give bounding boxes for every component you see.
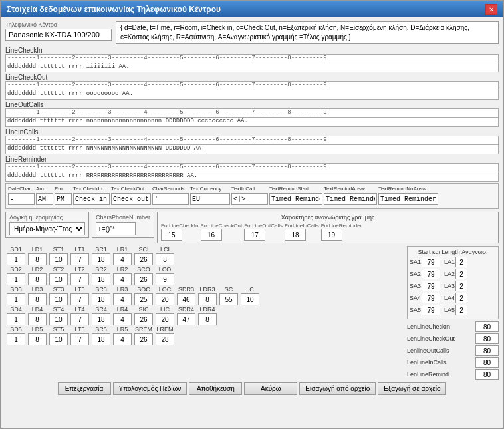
grid-inp-r2-soc[interactable]: [134, 293, 153, 305]
grid-inp-r0-lt1[interactable]: [70, 253, 89, 265]
la-input-3[interactable]: [455, 293, 467, 303]
sa-input-2[interactable]: [422, 281, 440, 291]
len-fields-box: LenLineCheckInLenLineCheckOutLenlineOutC…: [407, 321, 499, 380]
grid-inp-r3-lt4[interactable]: [70, 313, 89, 325]
len-input-0[interactable]: [475, 321, 499, 332]
grid-inp-r3-sd4[interactable]: [7, 313, 25, 325]
grid-inp-r0-sci[interactable]: [134, 253, 153, 265]
grid-inp-r2-ldr3[interactable]: [198, 293, 217, 305]
len-label-3: LenLineInCalls: [407, 359, 473, 366]
col-input-8[interactable]: [269, 193, 322, 205]
grid-inp-r2-lr3[interactable]: [113, 293, 132, 305]
calc-fields-button[interactable]: Υπολογισμός Πεδίων: [113, 382, 188, 395]
chars-input[interactable]: [96, 222, 136, 235]
grid-inp-r4-srem[interactable]: [134, 333, 153, 345]
grid-inp-r4-sd5[interactable]: [7, 333, 25, 345]
col-input-0[interactable]: [8, 193, 35, 205]
grid-inp-r1-sco[interactable]: [134, 273, 153, 285]
grid-inp-r4-sr5[interactable]: [92, 333, 110, 345]
grid-inp-r3-sdr4[interactable]: [177, 313, 195, 325]
grid-inp-r1-st2[interactable]: [49, 273, 68, 285]
grid-inp-r0-lci[interactable]: [156, 253, 174, 265]
close-button[interactable]: ✕: [485, 4, 497, 15]
col-input-4[interactable]: [111, 193, 151, 205]
grid-inp-r3-sic[interactable]: [134, 313, 153, 325]
col-input-1[interactable]: [36, 193, 53, 205]
grid-inp-r2-lt3[interactable]: [70, 293, 89, 305]
grid-inp-r2-loc[interactable]: [156, 293, 174, 305]
grid-inp-r0-st1[interactable]: [49, 253, 68, 265]
grid-inp-r3-sr4[interactable]: [92, 313, 110, 325]
grid-col-header-ld2: LD2: [27, 266, 48, 273]
grid-inp-r0-sr1[interactable]: [92, 253, 110, 265]
grid-inp-r1-lco[interactable]: [156, 273, 174, 285]
recog-input-3[interactable]: [285, 229, 306, 241]
col-input-10[interactable]: [378, 193, 438, 205]
grid-col-header-ld1: LD1: [27, 246, 48, 253]
export-button[interactable]: Εξαγωγή σε αρχείο: [378, 382, 446, 395]
col-value-item-7: [231, 193, 268, 205]
col-input-3[interactable]: [73, 193, 110, 205]
grid-inp-r2-sd3[interactable]: [7, 293, 25, 305]
grid-inp-r3-ldr4[interactable]: [198, 313, 217, 325]
recog-input-2[interactable]: [244, 229, 265, 241]
grid-inp-r3-lic[interactable]: [156, 313, 174, 325]
cancel-button[interactable]: Ακύρω: [244, 382, 297, 395]
grid-inp-r4-ld5[interactable]: [28, 333, 47, 345]
len-input-1[interactable]: [475, 333, 499, 344]
la-input-1[interactable]: [455, 269, 467, 279]
col-input-5[interactable]: [152, 193, 189, 205]
sa-input-4[interactable]: [422, 305, 440, 315]
date-select[interactable]: Ημέρα-Μήνας-Έτος: [9, 222, 85, 235]
la-input-2[interactable]: [455, 281, 467, 291]
grid-inp-r4-lt5[interactable]: [70, 333, 89, 345]
grid-inp-r4-lrem[interactable]: [156, 333, 174, 345]
grid-inp-r1-ld2[interactable]: [28, 273, 47, 285]
grid-inp-r2-sr3[interactable]: [92, 293, 110, 305]
process-button[interactable]: Επεξεργασία: [58, 382, 111, 395]
len-input-3[interactable]: [475, 357, 499, 368]
line-reminder-section: LineReminder --------1---------2--------…: [5, 156, 499, 182]
sa-input-0[interactable]: [422, 257, 440, 267]
col-input-7[interactable]: [231, 193, 268, 205]
grid-col-header-st5: ST5: [48, 326, 69, 333]
grid-col-header-sd4: SD4: [5, 306, 27, 313]
col-value-item-2: [55, 193, 72, 205]
grid-inp-r2-sdr3[interactable]: [177, 293, 195, 305]
grid-inp-r0-sd1[interactable]: [7, 253, 25, 265]
grid-inp-r0-ld1[interactable]: [28, 253, 47, 265]
col-input-6[interactable]: [190, 193, 230, 205]
recog-label-1: ForLineCheckOut: [201, 223, 243, 229]
recog-input-4[interactable]: [321, 229, 342, 241]
grid-inp-r2-ld3[interactable]: [28, 293, 47, 305]
grid-inp-r3-st4[interactable]: [49, 313, 68, 325]
mid-section: Λογική ημερομηνίας Ημέρα-Μήνας-Έτος Char…: [5, 212, 499, 243]
grid-inp-r4-st5[interactable]: [49, 333, 68, 345]
grid-inp-r0-lr1[interactable]: [113, 253, 132, 265]
grid-inp-r3-lr4[interactable]: [113, 313, 132, 325]
main-grid: SD1LD1ST1LT1SR1LR1SCILCISD2LD2ST2LT2SR2L…: [5, 246, 261, 346]
grid-inp-r1-lr2[interactable]: [113, 273, 132, 285]
col-input-9[interactable]: [324, 193, 377, 205]
la-input-4[interactable]: [455, 305, 467, 315]
grid-inp-r1-sr2[interactable]: [92, 273, 110, 285]
grid-inp-r3-ld4[interactable]: [28, 313, 47, 325]
recog-input-0[interactable]: [161, 229, 182, 241]
grid-inp-r4-lr5[interactable]: [113, 333, 132, 345]
grid-col-header-sdr4: SDR4: [176, 306, 197, 313]
grid-inp-r2-sc[interactable]: [219, 293, 238, 305]
import-button[interactable]: Εισαγωγή από αρχείο: [299, 382, 376, 395]
len-input-4[interactable]: [475, 369, 499, 380]
recog-input-1[interactable]: [201, 229, 222, 241]
grid-inp-r1-sd2[interactable]: [7, 273, 25, 285]
sa-input-3[interactable]: [422, 293, 440, 303]
col-input-2[interactable]: [55, 193, 72, 205]
la-input-0[interactable]: [455, 257, 467, 267]
date-group: Λογική ημερομηνίας Ημέρα-Μήνας-Έτος: [5, 212, 89, 238]
sa-input-1[interactable]: [422, 269, 440, 279]
grid-inp-r2-st3[interactable]: [49, 293, 68, 305]
save-button[interactable]: Αποθήκευση: [189, 382, 242, 395]
grid-inp-r1-lt2[interactable]: [70, 273, 89, 285]
grid-inp-r2-lc[interactable]: [241, 293, 259, 305]
len-input-2[interactable]: [475, 345, 499, 356]
